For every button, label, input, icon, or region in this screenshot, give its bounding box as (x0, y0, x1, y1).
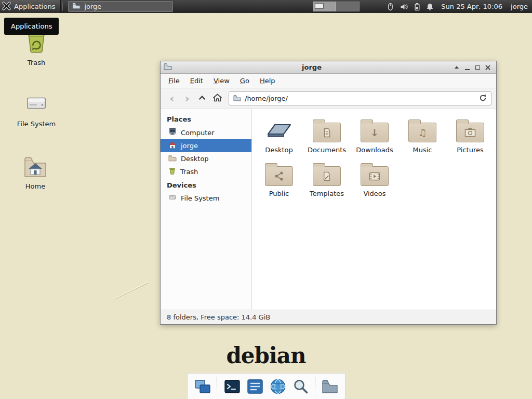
drive-icon (168, 194, 177, 202)
volume-icon[interactable] (400, 3, 408, 11)
file-item-documents[interactable]: Documents (303, 115, 351, 154)
desktop-icon-label: Home (25, 182, 45, 190)
show-desktop-icon[interactable] (194, 377, 211, 396)
close-button[interactable]: × (483, 63, 493, 72)
web-browser-icon[interactable] (269, 377, 287, 396)
file-item-label: Public (269, 190, 289, 197)
file-manager-window: jorge × File Edit View Go Help ‹ › (160, 61, 497, 325)
statusbar: 8 folders, Free space: 14.4 GiB (161, 310, 496, 324)
dock-separator (217, 377, 218, 396)
home-button[interactable] (210, 92, 224, 105)
notifications-icon[interactable] (426, 3, 434, 11)
minimize-button[interactable] (462, 63, 472, 72)
statusbar-text: 8 folders, Free space: 14.4 GiB (167, 313, 270, 321)
trash-icon (168, 167, 176, 176)
panel-clock[interactable]: Sun 25 Apr, 10:06 (441, 3, 502, 10)
file-item-downloads[interactable]: ↓ Downloads (351, 115, 398, 154)
desktop-icon-file-system[interactable]: File System (10, 91, 62, 128)
sidebar-item-desktop[interactable]: Desktop (161, 152, 251, 165)
terminal-icon[interactable] (223, 377, 241, 396)
applications-tooltip: Applications (4, 18, 59, 35)
up-icon (198, 94, 206, 103)
sidebar-item-file-system[interactable]: File System (161, 192, 251, 204)
reload-button[interactable] (479, 94, 487, 103)
shade-button[interactable] (451, 63, 462, 72)
file-item-pictures[interactable]: Pictures (446, 115, 494, 154)
sidebar-item-label: jorge (181, 142, 198, 150)
file-item-label: Templates (310, 190, 344, 197)
desktop-icon-home[interactable]: Home (9, 155, 61, 190)
templates-folder-icon (313, 166, 341, 186)
file-manager-icon[interactable] (321, 377, 339, 396)
panel-username[interactable]: jorge (511, 3, 528, 10)
workspace-window-preview (315, 3, 324, 9)
file-item-label: Videos (363, 190, 385, 197)
debian-logo: debian (0, 343, 532, 368)
minimize-icon (465, 69, 470, 70)
close-icon: × (484, 63, 491, 72)
applications-icon (2, 2, 11, 12)
documents-folder-icon (313, 123, 341, 142)
desktop-icon-trash[interactable]: Trash (10, 30, 62, 66)
file-grid: Desktop Documents ↓ Downloads (252, 109, 496, 310)
file-item-label: Downloads (356, 146, 393, 154)
taskbar-window-button[interactable]: jorge (68, 1, 173, 12)
maximize-icon (475, 65, 480, 70)
battery-icon[interactable] (414, 3, 420, 11)
file-item-desktop[interactable]: Desktop (255, 115, 303, 154)
titlebar[interactable]: jorge × (161, 61, 496, 74)
sidebar: Places Computer (161, 109, 252, 310)
panel-separator (62, 2, 65, 11)
sidebar-item-computer[interactable]: Computer (161, 126, 251, 139)
desktop-icon-label: File System (17, 120, 56, 128)
mouse-icon[interactable] (387, 3, 394, 11)
videos-folder-icon (361, 166, 389, 186)
file-item-label: Desktop (265, 146, 293, 154)
sidebar-item-trash[interactable]: Trash (161, 165, 251, 178)
menu-view[interactable]: View (209, 75, 234, 86)
menu-go[interactable]: Go (235, 75, 254, 86)
back-icon: ‹ (169, 93, 174, 104)
file-item-videos[interactable]: Videos (351, 159, 398, 197)
dock-panel (187, 373, 345, 399)
desktop-wallpaper-stroke (114, 282, 148, 299)
sidebar-places-header: Places (161, 112, 251, 126)
pictures-folder-icon (456, 123, 484, 142)
sidebar-item-label: Computer (181, 129, 215, 137)
home-icon (213, 94, 222, 103)
location-path[interactable]: /home/jorge/ (245, 95, 475, 102)
file-item-music[interactable]: ♫ Music (398, 115, 446, 154)
sidebar-item-label: File System (181, 194, 219, 202)
workspace-pager (313, 2, 360, 11)
sidebar-item-jorge[interactable]: jorge (161, 139, 251, 152)
music-folder-icon: ♫ (408, 123, 436, 142)
file-item-templates[interactable]: Templates (303, 159, 351, 197)
menu-file[interactable]: File (164, 75, 184, 86)
top-panel: Applications jorge (0, 0, 532, 13)
sidebar-devices-header: Devices (161, 178, 251, 192)
applications-menu-button[interactable]: Applications (0, 0, 61, 13)
toolbar: ‹ › /home/jorge/ (161, 88, 496, 109)
menu-help[interactable]: Help (255, 75, 280, 86)
maximize-button[interactable] (472, 63, 483, 72)
workspace-2[interactable] (336, 2, 360, 11)
menu-edit[interactable]: Edit (185, 75, 208, 86)
home-folder-icon (23, 155, 48, 179)
file-item-label: Documents (308, 146, 346, 154)
shade-icon (455, 66, 459, 69)
window-title: jorge (172, 63, 451, 71)
app-finder-icon[interactable] (292, 377, 310, 396)
sidebar-item-label: Desktop (181, 155, 209, 163)
desktop-icon-label: Trash (28, 59, 45, 66)
back-button[interactable]: ‹ (165, 92, 179, 105)
text-editor-icon[interactable] (246, 377, 264, 396)
location-bar[interactable]: /home/jorge/ (229, 91, 491, 105)
file-item-public[interactable]: Public (255, 159, 303, 197)
dock-separator (315, 377, 316, 396)
window-folder-icon (164, 63, 172, 72)
file-item-label: Pictures (457, 146, 483, 154)
workspace-1[interactable] (313, 2, 336, 11)
forward-icon: › (184, 93, 189, 104)
up-button[interactable] (195, 92, 209, 105)
forward-button[interactable]: › (180, 92, 194, 105)
